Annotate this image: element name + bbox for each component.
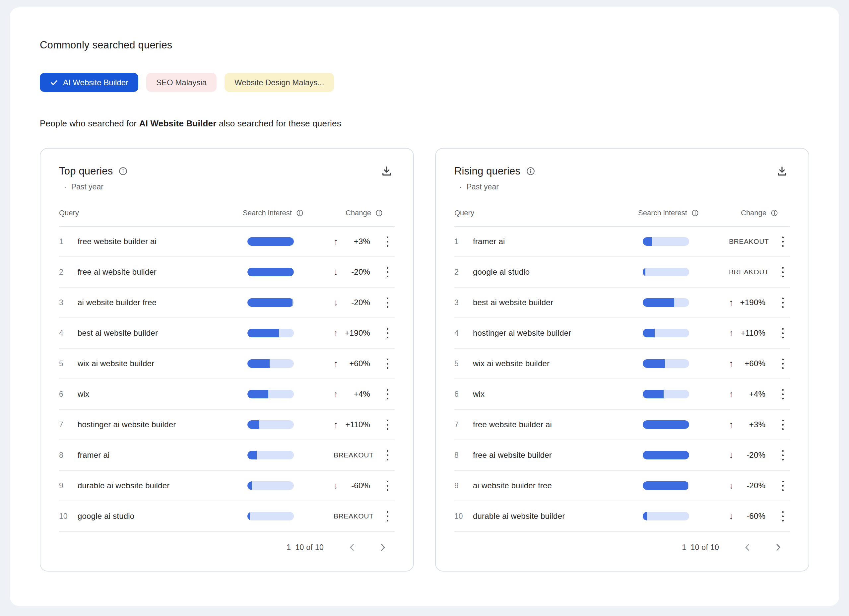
next-page-button[interactable] (375, 540, 390, 555)
change-arrow-icon: ↓ (334, 481, 347, 491)
search-interest-bar-fill (247, 329, 279, 337)
row-menu-button[interactable] (775, 387, 790, 401)
change-value: -60% (347, 481, 370, 490)
row-menu-button[interactable] (380, 295, 395, 310)
chevron-left-icon (347, 542, 357, 552)
row-rank: 4 (454, 329, 473, 338)
search-interest-bar-fill (643, 268, 645, 276)
table-row: 1 framer ai BREAKOUT (454, 227, 790, 257)
info-icon[interactable] (526, 166, 536, 176)
download-icon (381, 165, 393, 177)
info-icon[interactable] (691, 209, 699, 217)
row-rank: 7 (454, 420, 473, 429)
row-rank: 2 (454, 268, 473, 277)
row-menu-button[interactable] (775, 478, 790, 493)
info-icon[interactable] (770, 209, 778, 217)
search-interest-bar-track (247, 451, 294, 459)
change-value: BREAKOUT (729, 237, 769, 246)
row-menu-button[interactable] (380, 417, 395, 432)
change-cell: ↓ -20% (709, 450, 775, 461)
search-interest-bar-track (643, 451, 689, 459)
change-cell: ↑ +3% (709, 420, 775, 430)
row-menu-button[interactable] (380, 265, 395, 279)
row-query-label: ai website builder free (77, 298, 228, 307)
change-cell: BREAKOUT (314, 512, 380, 520)
search-interest-cell (623, 329, 709, 337)
row-query-label: wix ai website builder (77, 359, 228, 368)
query-rows: 1 free website builder ai ↑ +3% 2 free a… (59, 227, 395, 532)
row-menu-button[interactable] (775, 356, 790, 371)
change-cell: ↑ +3% (314, 237, 380, 247)
change-value: +3% (347, 237, 370, 246)
previous-page-button[interactable] (740, 540, 755, 555)
change-value: +110% (345, 420, 370, 429)
chip-ai-website-builder[interactable]: AI Website Builder (40, 73, 138, 92)
row-menu-button[interactable] (775, 448, 790, 462)
row-menu-button[interactable] (380, 478, 395, 493)
change-value: BREAKOUT (334, 512, 374, 520)
check-icon (50, 78, 58, 87)
table-row: 1 free website builder ai ↑ +3% (59, 227, 395, 257)
change-cell: ↓ -60% (314, 481, 380, 491)
chevron-left-icon (743, 542, 752, 552)
chip-seo-malaysia[interactable]: SEO Malaysia (146, 73, 217, 92)
change-cell: ↑ +4% (709, 389, 775, 400)
change-cell: ↑ +190% (314, 328, 380, 339)
next-page-button[interactable] (771, 540, 785, 555)
table-row: 9 ai website builder free ↓ -20% (454, 471, 790, 501)
row-query-label: durable ai website builder (473, 512, 623, 521)
row-rank: 1 (454, 237, 473, 246)
page-title: Commonly searched queries (40, 39, 809, 51)
download-button[interactable] (379, 163, 395, 179)
row-rank: 10 (454, 512, 473, 521)
change-value: +4% (347, 389, 370, 399)
pagination-label: 1–10 of 10 (286, 543, 324, 552)
row-query-label: framer ai (77, 450, 228, 460)
query-column-header: Query (59, 209, 228, 217)
row-menu-button[interactable] (380, 356, 395, 371)
row-menu-button[interactable] (380, 387, 395, 401)
table-row: 2 free ai website builder ↓ -20% (59, 257, 395, 288)
search-interest-bar-fill (247, 359, 270, 368)
row-rank: 3 (59, 298, 77, 307)
download-button[interactable] (774, 163, 790, 179)
change-value: -20% (743, 450, 766, 460)
search-interest-bar-fill (643, 420, 689, 429)
search-interest-bar-track (247, 420, 294, 429)
row-query-label: google ai studio (77, 512, 228, 521)
row-menu-button[interactable] (775, 326, 790, 340)
chip-website-design-malaysia[interactable]: Website Design Malays... (225, 73, 334, 92)
search-interest-bar-track (643, 420, 689, 429)
change-arrow-icon: ↑ (729, 389, 743, 400)
row-menu-button[interactable] (775, 265, 790, 279)
pagination: 1–10 of 10 (454, 532, 790, 563)
row-menu-button[interactable] (380, 448, 395, 462)
row-menu-button[interactable] (380, 326, 395, 340)
also-searched-sentence: People who searched for AI Website Build… (40, 118, 809, 129)
search-interest-cell (623, 481, 709, 490)
change-cell: ↑ +60% (314, 359, 380, 369)
table-row: 2 google ai studio BREAKOUT (454, 257, 790, 288)
row-menu-button[interactable] (380, 509, 395, 524)
info-icon[interactable] (375, 209, 383, 217)
info-icon[interactable] (118, 166, 128, 176)
row-menu-button[interactable] (775, 295, 790, 310)
change-value: +3% (743, 420, 766, 429)
change-arrow-icon: ↓ (729, 450, 743, 461)
row-query-label: framer ai (473, 237, 623, 246)
row-menu-button[interactable] (380, 234, 395, 249)
search-interest-bar-track (643, 481, 689, 490)
row-menu-button[interactable] (775, 509, 790, 524)
search-interest-bar-fill (643, 359, 665, 368)
previous-page-button[interactable] (345, 540, 359, 555)
change-value: -20% (347, 267, 370, 277)
info-icon[interactable] (296, 209, 304, 217)
row-menu-button[interactable] (775, 417, 790, 432)
row-menu-button[interactable] (775, 234, 790, 249)
change-arrow-icon: ↑ (334, 389, 347, 400)
search-interest-bar-fill (247, 237, 294, 246)
search-interest-cell (623, 268, 709, 276)
change-cell: ↑ +110% (709, 328, 775, 339)
search-interest-bar-fill (247, 420, 259, 429)
period-label: · Past year (64, 182, 395, 191)
